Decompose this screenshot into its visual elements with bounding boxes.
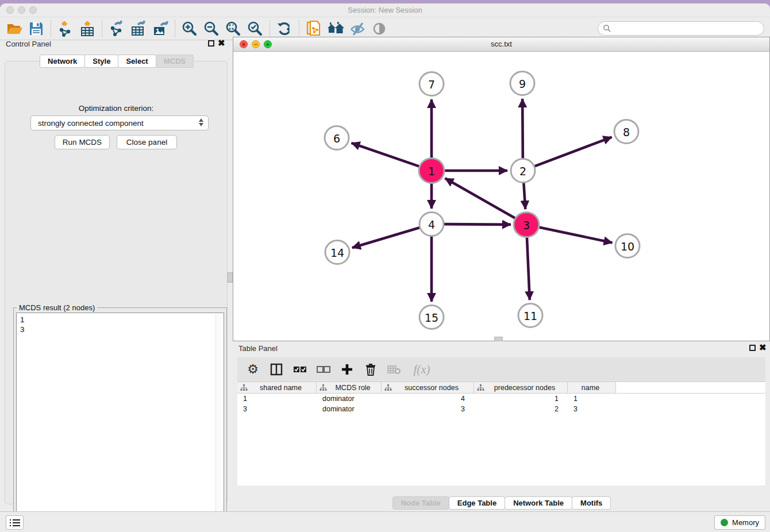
dropdown-value: strongly connected component — [38, 119, 144, 128]
graph-edge-3-10[interactable] — [538, 227, 613, 242]
tab-select[interactable]: Select — [118, 55, 156, 68]
save-session-icon[interactable] — [25, 19, 47, 38]
graph-node-3[interactable]: 3 — [514, 213, 539, 237]
tab-network[interactable]: Network — [40, 55, 85, 68]
add-row-icon[interactable] — [340, 362, 355, 377]
network-canvas[interactable]: 1234678910111415 — [233, 52, 769, 341]
cell-successor-nodes[interactable]: 4 — [382, 395, 474, 404]
optimization-criterion-select[interactable]: strongly connected component — [30, 115, 209, 130]
graph-node-10[interactable]: 10 — [615, 234, 640, 258]
zoom-fit-icon[interactable] — [222, 19, 244, 38]
export-table-icon[interactable] — [128, 19, 149, 38]
cell-predecessor-nodes[interactable]: 1 — [474, 395, 568, 404]
cell-shared-name[interactable]: 3 — [237, 405, 317, 414]
zoom-out-icon[interactable] — [201, 19, 222, 38]
column-header-filler — [616, 382, 765, 393]
graph-node-1[interactable]: 1 — [419, 159, 444, 183]
graph-edge-2-3[interactable] — [523, 183, 525, 209]
cell-name[interactable]: 1 — [568, 395, 616, 404]
optimization-criterion-label: Optimization criterion: — [5, 104, 227, 113]
graph-node-11[interactable]: 11 — [518, 304, 542, 327]
import-network-icon[interactable] — [55, 19, 76, 38]
toolbar-separator — [270, 20, 270, 37]
export-image-icon[interactable] — [149, 19, 171, 38]
graph-node-label: 7 — [428, 78, 435, 91]
tab-network-table[interactable]: Network Table — [505, 496, 572, 510]
tab-motifs[interactable]: Motifs — [572, 496, 611, 510]
tab-style[interactable]: Style — [84, 55, 118, 68]
cell-shared-name[interactable]: 1 — [237, 395, 317, 404]
graph-edge-4-14[interactable] — [352, 228, 420, 248]
delete-rows-icon[interactable] — [363, 362, 378, 377]
run-mcds-button[interactable]: Run MCDS — [55, 135, 110, 149]
open-session-icon[interactable] — [3, 19, 25, 38]
graph-edge-1-6[interactable] — [352, 143, 421, 167]
task-history-button[interactable] — [6, 515, 24, 530]
column-header-successor-nodes[interactable]: successor nodes — [382, 382, 474, 393]
network-window-titlebar[interactable]: × − + scc.txt — [233, 37, 769, 52]
network-view-window: × − + scc.txt 1234678910111415 — [233, 37, 770, 341]
close-panel-button[interactable]: Close panel — [117, 135, 177, 149]
graph-node-2[interactable]: 2 — [511, 159, 535, 183]
column-header-MCDS-role[interactable]: MCDS role — [317, 382, 382, 393]
show-columns-icon[interactable] — [269, 362, 284, 377]
tab-node-table[interactable]: Node Table — [392, 496, 449, 510]
float-panel-icon[interactable] — [208, 40, 214, 47]
close-table-panel-icon[interactable]: ✖ — [759, 343, 767, 352]
vertical-splitter-handle[interactable] — [228, 272, 233, 283]
memory-button[interactable]: Memory — [714, 515, 765, 530]
graph-node-4[interactable]: 4 — [419, 213, 444, 236]
zoom-selected-icon[interactable] — [244, 19, 266, 38]
duplicate-network-icon[interactable] — [303, 19, 325, 38]
sort-icon[interactable] — [477, 384, 484, 391]
column-header-shared-name[interactable]: shared name — [237, 382, 317, 393]
sort-icon[interactable] — [319, 384, 327, 391]
select-all-rows-icon[interactable] — [292, 362, 307, 377]
graph-edge-3-11[interactable] — [527, 237, 530, 300]
graph-node-14[interactable]: 14 — [325, 241, 349, 264]
deselect-all-rows-icon[interactable] — [316, 362, 331, 377]
graph-edge-4-3[interactable] — [444, 224, 511, 225]
graph-edge-3-1[interactable] — [445, 178, 515, 218]
control-panel-tabs: NetworkStyleSelectMCDS — [0, 55, 233, 68]
horizontal-splitter-handle[interactable] — [494, 337, 503, 341]
close-panel-icon[interactable]: ✖ — [218, 38, 225, 48]
function-builder-icon[interactable]: f(x) — [410, 362, 433, 377]
graph-node-7[interactable]: 7 — [419, 72, 444, 96]
home-view-icon[interactable] — [325, 19, 346, 38]
hide-eye-icon[interactable] — [346, 19, 368, 38]
search-input[interactable] — [598, 21, 764, 36]
tab-mcds[interactable]: MCDS — [156, 55, 194, 68]
column-header-name[interactable]: name — [568, 382, 616, 393]
refresh-layout-icon[interactable] — [274, 19, 295, 38]
result-scrollbar[interactable] — [215, 314, 223, 523]
zoom-in-icon[interactable] — [179, 19, 201, 38]
table-row[interactable]: 1dominator411 — [237, 395, 765, 404]
control-panel: Control Panel ✖ NetworkStyleSelectMCDS O… — [0, 37, 233, 511]
eye-icon[interactable] — [368, 19, 390, 38]
graph-node-6[interactable]: 6 — [325, 126, 349, 150]
cell-MCDS-role[interactable]: dominator — [317, 395, 382, 404]
cell-predecessor-nodes[interactable]: 2 — [474, 405, 568, 414]
mcds-result-textarea[interactable]: 13 — [16, 313, 224, 525]
delete-table-icon[interactable] — [387, 362, 402, 377]
graph-node-9[interactable]: 9 — [510, 72, 534, 95]
column-header-predecessor-nodes[interactable]: predecessor nodes — [474, 382, 568, 393]
sort-icon[interactable] — [240, 384, 248, 391]
float-table-panel-icon[interactable] — [749, 345, 756, 351]
table-panel: Table Panel ✖ ⚙ f( — [233, 341, 770, 511]
graph-node-label: 3 — [523, 219, 530, 232]
sort-icon[interactable] — [384, 384, 392, 391]
export-network-icon[interactable] — [106, 19, 128, 38]
table-row[interactable]: 3dominator323 — [237, 405, 765, 414]
cell-name[interactable]: 3 — [568, 405, 616, 414]
tab-edge-table[interactable]: Edge Table — [449, 496, 505, 510]
graph-node-15[interactable]: 15 — [419, 306, 444, 329]
graph-edge-2-8[interactable] — [534, 137, 612, 167]
graph-edge-2-9[interactable] — [522, 99, 523, 159]
cell-successor-nodes[interactable]: 3 — [382, 405, 474, 414]
import-table-icon[interactable] — [76, 19, 98, 38]
table-settings-icon[interactable]: ⚙ — [245, 362, 260, 377]
graph-node-8[interactable]: 8 — [614, 120, 638, 144]
cell-MCDS-role[interactable]: dominator — [317, 405, 382, 414]
